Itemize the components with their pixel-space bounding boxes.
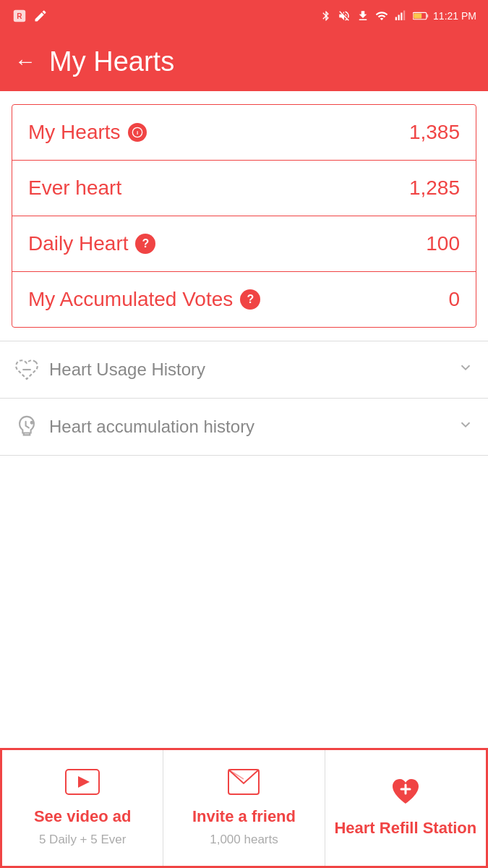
envelope-icon bbox=[228, 769, 260, 801]
svg-rect-2 bbox=[395, 17, 397, 21]
bluetooth-icon bbox=[320, 9, 332, 23]
video-ad-label: See video ad bbox=[34, 807, 132, 826]
my-hearts-value: 1,385 bbox=[409, 121, 460, 144]
video-ad-icon bbox=[65, 769, 100, 795]
ever-heart-value: 1,285 bbox=[409, 176, 460, 200]
heart-accumulation-history-section[interactable]: Heart accumulation history bbox=[0, 399, 488, 456]
signal-icon bbox=[394, 9, 408, 22]
bottom-bar: See video ad 5 Daily + 5 Ever Invite a f… bbox=[0, 748, 488, 868]
heart-accumulation-icon bbox=[14, 414, 39, 439]
bottom-spacer bbox=[0, 456, 488, 586]
svg-text:R: R bbox=[17, 12, 22, 20]
heart-refill-icon bbox=[390, 778, 421, 807]
heart-usage-history-label: Heart Usage History bbox=[14, 357, 205, 382]
my-hearts-label: My Hearts i bbox=[28, 121, 147, 144]
status-time: 11:21 PM bbox=[433, 10, 476, 22]
heart-usage-icon bbox=[14, 357, 39, 382]
daily-heart-value: 100 bbox=[426, 232, 460, 255]
svg-text:i: i bbox=[136, 129, 137, 136]
invite-friend-sublabel: 1,000 hearts bbox=[210, 833, 278, 847]
wifi-icon bbox=[374, 9, 390, 22]
app-icon-1: R bbox=[12, 8, 27, 24]
daily-heart-row: Daily Heart ? 100 bbox=[12, 216, 476, 272]
svg-rect-8 bbox=[414, 13, 421, 18]
bottom-bar-tabs: See video ad 5 Daily + 5 Ever Invite a f… bbox=[2, 750, 486, 866]
daily-heart-question[interactable]: ? bbox=[135, 234, 155, 254]
app-bar: ← My Hearts bbox=[0, 32, 488, 91]
ever-heart-label: Ever heart bbox=[28, 176, 121, 200]
daily-heart-label: Daily Heart ? bbox=[28, 232, 155, 255]
svg-rect-4 bbox=[401, 13, 402, 21]
status-bar: R bbox=[0, 0, 488, 32]
svg-rect-7 bbox=[427, 14, 428, 18]
heart-plus-icon bbox=[390, 778, 421, 813]
accumulated-votes-row: My Accumulated Votes ? 0 bbox=[12, 272, 476, 327]
video-ad-sublabel: 5 Daily + 5 Ever bbox=[39, 833, 126, 847]
data-icon bbox=[356, 9, 369, 23]
svg-rect-3 bbox=[398, 15, 400, 21]
heart-refill-tab[interactable]: Heart Refill Station bbox=[325, 750, 486, 866]
tip-badge[interactable]: i bbox=[128, 123, 147, 142]
heart-usage-chevron[interactable] bbox=[458, 359, 474, 380]
accumulated-votes-value: 0 bbox=[448, 288, 460, 311]
accumulated-votes-question[interactable]: ? bbox=[240, 289, 260, 310]
tip-icon: i bbox=[132, 127, 143, 138]
ever-heart-row: Ever heart 1,285 bbox=[12, 161, 476, 216]
status-left-icons: R bbox=[12, 8, 48, 24]
status-right-icons: 11:21 PM bbox=[320, 9, 476, 23]
pencil-icon bbox=[33, 9, 48, 23]
app-bar-title: My Hearts bbox=[49, 46, 174, 77]
video-icon bbox=[65, 769, 100, 801]
chevron-down-icon bbox=[458, 359, 474, 375]
invite-icon bbox=[228, 769, 260, 795]
svg-rect-5 bbox=[403, 11, 405, 21]
hearts-card: My Hearts i 1,385 Ever heart 1,285 Daily… bbox=[12, 104, 476, 328]
heart-refill-label: Heart Refill Station bbox=[334, 819, 476, 838]
svg-marker-13 bbox=[78, 776, 90, 788]
heart-accumulation-chevron[interactable] bbox=[458, 417, 474, 437]
accumulated-votes-label: My Accumulated Votes ? bbox=[28, 288, 260, 311]
back-button[interactable]: ← bbox=[14, 49, 36, 74]
heart-usage-history-section[interactable]: Heart Usage History bbox=[0, 341, 488, 399]
main-content: My Hearts i 1,385 Ever heart 1,285 Daily… bbox=[0, 104, 488, 586]
chevron-down-icon-2 bbox=[458, 417, 474, 433]
invite-friend-tab[interactable]: Invite a friend 1,000 hearts bbox=[163, 750, 325, 866]
my-hearts-row: My Hearts i 1,385 bbox=[12, 105, 476, 161]
battery-icon bbox=[413, 11, 429, 21]
invite-friend-label: Invite a friend bbox=[192, 807, 296, 826]
svg-point-11 bbox=[31, 422, 33, 424]
heart-accumulation-history-label: Heart accumulation history bbox=[14, 414, 254, 439]
mute-icon bbox=[336, 9, 352, 22]
video-ad-tab[interactable]: See video ad 5 Daily + 5 Ever bbox=[2, 750, 163, 866]
